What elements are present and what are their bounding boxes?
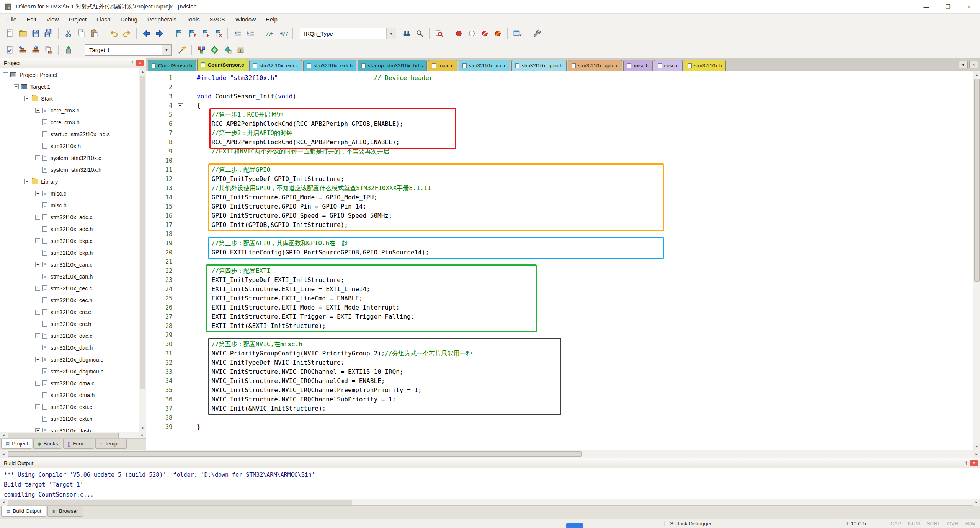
code-text[interactable]: NVIC_PriorityGroupConfig(NVIC_PriorityGr…: [185, 349, 472, 358]
scroll-left-icon[interactable]: ◄: [0, 450, 7, 458]
menu-item-edit[interactable]: Edit: [21, 15, 41, 24]
tree-item-library[interactable]: −Library: [0, 176, 139, 187]
editor-hscrollbar[interactable]: ◄ ►: [0, 450, 980, 458]
code-text[interactable]: //其他外设使用GPIO，不知道应该配置什么模式就查STM32F10XXX手册8…: [185, 184, 431, 193]
tree-item-stm32f10x-crc-h[interactable]: stm32f10x_crc.h: [0, 318, 139, 330]
menu-item-svcs[interactable]: SVCS: [205, 15, 230, 24]
editor-tab-startup-stm32f10x-hd-s[interactable]: startup_stm32f10x_hd.s: [358, 60, 427, 71]
code-text[interactable]: NVIC_Init(&NVIC_InitStructure);: [185, 404, 326, 413]
tree-item-start[interactable]: −Start: [0, 93, 139, 104]
tree-item-core-cm3-h[interactable]: core_cm3.h: [0, 116, 139, 128]
tree-item-stm32f10x-dac-c[interactable]: +stm32f10x_dac.c: [0, 330, 139, 342]
scroll-right-icon[interactable]: ►: [973, 450, 980, 458]
tree-item-stm32f10x-crc-c[interactable]: +stm32f10x_crc.c: [0, 306, 139, 318]
tree-item-stm32f10x-exti-c[interactable]: +stm32f10x_exti.c: [0, 401, 139, 413]
find-next-icon[interactable]: [400, 27, 413, 40]
tab-list-icon[interactable]: ▼: [959, 61, 968, 68]
tab-close-icon[interactable]: ×: [969, 61, 978, 68]
code-text[interactable]: EXTI_InitStructure.EXTI_Line = EXTI_Line…: [185, 285, 370, 294]
tree-item-stm32f10x-dma-c[interactable]: +stm32f10x_dma.c: [0, 377, 139, 389]
code-text[interactable]: }: [185, 422, 201, 432]
download-icon[interactable]: [62, 44, 75, 57]
code-text[interactable]: void CountSensor_Init(void): [185, 92, 296, 101]
menu-item-flash[interactable]: Flash: [91, 15, 116, 24]
expand-icon[interactable]: +: [35, 286, 40, 291]
project-tree-vscrollbar[interactable]: ▲ ▼: [139, 68, 146, 432]
incremental-find-icon[interactable]: [413, 27, 426, 40]
tab-books[interactable]: ◆Books: [33, 439, 62, 449]
code-text[interactable]: NVIC_InitStructure.NVIC_IRQChannelSubPri…: [185, 395, 396, 404]
tree-item-system-stm32f10x-c[interactable]: +system_stm32f10x.c: [0, 152, 139, 164]
code-text[interactable]: EXTI_InitTypeDef EXTI_InitStructure;: [185, 275, 344, 285]
minimize-button[interactable]: —: [916, 0, 937, 13]
editor-tab-main-c[interactable]: main.c: [428, 60, 457, 71]
code-text[interactable]: EXTI_InitStructure.EXTI_Mode = EXTI_Mode…: [185, 303, 400, 312]
expand-icon[interactable]: +: [35, 191, 40, 196]
expand-icon[interactable]: +: [35, 310, 40, 315]
tree-item-stm32f10x-cec-h[interactable]: stm32f10x_cec.h: [0, 294, 139, 306]
symbol-combo[interactable]: IRQn_Type ▼: [300, 28, 396, 39]
tree-item-stm32f10x-dma-h[interactable]: stm32f10x_dma.h: [0, 389, 139, 401]
find-in-files-icon[interactable]: [433, 27, 446, 40]
translate-icon[interactable]: [3, 44, 16, 57]
comment-icon[interactable]: //: [263, 27, 276, 40]
undo-icon[interactable]: [107, 27, 120, 40]
editor-tab-stm32f10x-rcc-c[interactable]: stm32f10x_rcc.c: [459, 60, 510, 71]
scrollbar-thumb[interactable]: [140, 76, 145, 389]
code-text[interactable]: NVIC_InitStructure.NVIC_IRQChannel = EXT…: [185, 367, 403, 376]
bp-disable-all-icon[interactable]: [491, 27, 504, 40]
save-all-icon[interactable]: [42, 27, 55, 40]
code-text[interactable]: RCC_APB2PeriphClockCmd(RCC_APB2Periph_AF…: [185, 138, 400, 147]
editor-tab-countsensor-h[interactable]: CountSensor.h: [148, 60, 196, 71]
bp-enable-icon[interactable]: [465, 27, 478, 40]
menu-item-debug[interactable]: Debug: [116, 15, 142, 24]
expand-icon[interactable]: +: [35, 333, 40, 338]
rebuild-icon[interactable]: [29, 44, 42, 57]
code-text[interactable]: [185, 156, 197, 165]
tree-item-stm32f10x-adc-c[interactable]: +stm32f10x_adc.c: [0, 211, 139, 223]
copy-icon[interactable]: [75, 27, 88, 40]
tree-item-stm32f10x-h[interactable]: stm32f10x.h: [0, 140, 139, 152]
tree-item-system-stm32f10x-h[interactable]: system_stm32f10x.h: [0, 164, 139, 176]
fold-collapse-icon[interactable]: [177, 101, 185, 110]
editor-vscrollbar[interactable]: ▲ ▼: [973, 71, 980, 450]
target-combo[interactable]: Target 1 ▼: [85, 44, 172, 56]
scrollbar-thumb[interactable]: [8, 433, 119, 438]
tree-item-stm32f10x-can-c[interactable]: +stm32f10x_can.c: [0, 259, 139, 271]
select-packs-icon[interactable]: [221, 44, 234, 57]
code-text[interactable]: {: [185, 101, 201, 110]
scroll-down-icon[interactable]: ▼: [973, 443, 980, 450]
close-icon[interactable]: ×: [136, 60, 144, 66]
scrollbar-thumb[interactable]: [8, 500, 352, 505]
scroll-right-icon[interactable]: ►: [139, 432, 146, 439]
code-text[interactable]: [185, 83, 197, 92]
tree-item-misc-c[interactable]: +misc.c: [0, 187, 139, 199]
tree-item-stm32f10x-bkp-h[interactable]: stm32f10x_bkp.h: [0, 247, 139, 259]
code-text[interactable]: [185, 257, 197, 266]
pack-installer-icon[interactable]: [234, 44, 247, 57]
expand-icon[interactable]: +: [35, 238, 40, 243]
code-text[interactable]: //第二步：配置GPIO: [185, 165, 270, 174]
debug-windows-icon[interactable]: [511, 27, 524, 40]
editor-tab-misc-c[interactable]: misc.c: [654, 60, 683, 71]
scrollbar-thumb[interactable]: [974, 79, 980, 282]
collapse-icon[interactable]: −: [14, 84, 19, 89]
build-output-hscrollbar[interactable]: ◄ ►: [0, 499, 980, 505]
code-text[interactable]: [185, 413, 197, 422]
expand-icon[interactable]: +: [35, 108, 40, 113]
scroll-left-icon[interactable]: ◄: [0, 432, 7, 439]
chevron-down-icon[interactable]: ▼: [386, 28, 396, 39]
tree-item-stm32f10x-dbgmcu-c[interactable]: +stm32f10x_dbgmcu.c: [0, 354, 139, 365]
nav-back-icon[interactable]: [140, 27, 153, 40]
tree-item-stm32f10x-flash-c[interactable]: +stm32f10x_flash.c: [0, 425, 139, 432]
expand-icon[interactable]: +: [35, 381, 40, 386]
menu-item-project[interactable]: Project: [64, 15, 91, 24]
manage-items-icon[interactable]: [195, 44, 208, 57]
tree-item-stm32f10x-bkp-c[interactable]: +stm32f10x_bkp.c: [0, 235, 139, 247]
bookmark-next-icon[interactable]: [198, 27, 211, 40]
open-file-icon[interactable]: [16, 27, 29, 40]
save-icon[interactable]: [29, 27, 42, 40]
new-file-icon[interactable]: [3, 27, 16, 40]
tree-item-stm32f10x-can-h[interactable]: stm32f10x_can.h: [0, 271, 139, 282]
menu-item-view[interactable]: View: [41, 15, 64, 24]
